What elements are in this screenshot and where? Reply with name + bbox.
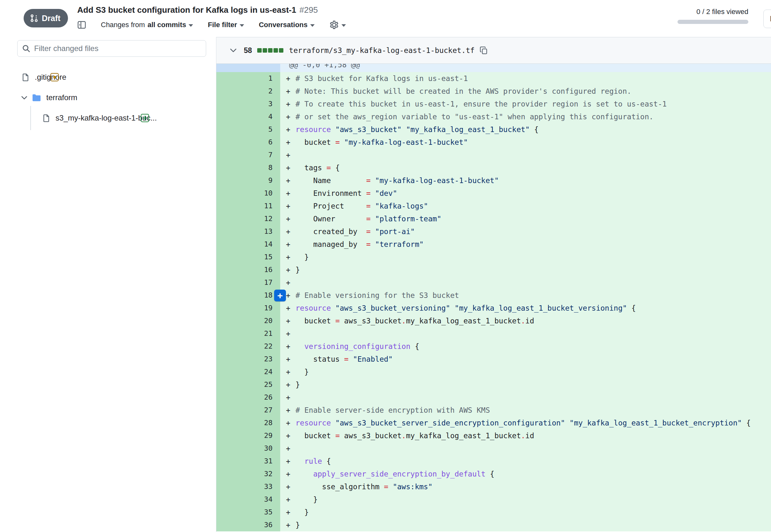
line-number[interactable]: 33 (216, 480, 280, 493)
file-modified-icon (50, 73, 59, 81)
draft-status-badge: Draft (24, 9, 68, 27)
add-line-comment-button[interactable]: + (274, 290, 286, 301)
line-number[interactable]: 6 (216, 136, 280, 149)
diff-plus-marker: + (286, 289, 295, 302)
diff-file-header: 58 terraform/s3_my-kafka-log-east-1-buck… (216, 37, 771, 64)
line-number[interactable]: 28 (216, 417, 280, 429)
filter-changed-files-input[interactable] (34, 44, 201, 53)
file-path: terraform/s3_my-kafka-log-east-1-bucket.… (289, 46, 475, 55)
diff-plus-marker: + (286, 417, 295, 429)
line-number[interactable]: 13 (216, 225, 280, 238)
line-number[interactable]: 20 (216, 314, 280, 327)
line-number[interactable]: 23 (216, 353, 280, 366)
tree-file-s3-my-kafka-log-east-1-buc-[interactable]: s3_my-kafka-log-east-1-buc... (0, 110, 216, 126)
added-line-content: + } (280, 493, 771, 506)
line-number[interactable]: 16 (216, 263, 280, 276)
pr-header: Draft Add S3 bucket configuration for Ka… (0, 0, 771, 37)
line-number[interactable]: 21 (216, 327, 280, 340)
review-changes-button-partial[interactable]: R (763, 10, 771, 28)
line-number[interactable]: 17 (216, 276, 280, 289)
code-text: rule { (295, 455, 331, 468)
file-icon (42, 114, 50, 122)
line-number[interactable]: 9 (216, 174, 280, 187)
code-text: bucket = "my-kafka-log-east-1-bucket" (295, 136, 468, 149)
added-line-content: +resource "aws_s3_bucket_versioning" "my… (280, 302, 771, 314)
line-number[interactable]: 25 (216, 378, 280, 391)
line-number[interactable]: 11 (216, 200, 280, 212)
code-text: } (295, 506, 309, 519)
diff-line-18: 18+# Enable versioning for the S3 bucket (216, 289, 771, 302)
file-filter-dropdown[interactable]: File filter (208, 21, 244, 29)
diff-toolbar: Changes from all commits File filter Con… (77, 20, 346, 30)
diff-line-22: 22+ versioning_configuration { (216, 340, 771, 353)
tree-folder-terraform[interactable]: terraform (0, 89, 216, 106)
changes-from-dropdown[interactable]: Changes from all commits (101, 21, 193, 29)
diff-plus-marker: + (286, 123, 295, 136)
code-text: bucket = aws_s3_bucket.my_kafka_log_east… (295, 429, 534, 442)
line-number[interactable]: 4 (216, 110, 280, 123)
line-number[interactable]: 26 (216, 391, 280, 404)
line-number[interactable]: 14 (216, 238, 280, 251)
line-number[interactable]: 30 (216, 442, 280, 455)
file-filter-search[interactable] (17, 40, 206, 57)
files-viewed-progress-bar (678, 20, 748, 24)
diff-plus-marker: + (286, 455, 295, 468)
diff-line-20: 20+ bucket = aws_s3_bucket.my_kafka_log_… (216, 314, 771, 327)
code-text: # or set the aws_region variable to "us-… (295, 110, 654, 123)
diff-plus-marker: + (286, 314, 295, 327)
added-line-content: + bucket = "my-kafka-log-east-1-bucket" (280, 136, 771, 149)
line-number[interactable]: 29 (216, 429, 280, 442)
line-number[interactable]: 31 (216, 455, 280, 468)
code-text: bucket = aws_s3_bucket.my_kafka_log_east… (295, 314, 534, 327)
line-number[interactable]: 7 (216, 149, 280, 161)
added-line-content: +# S3 bucket for Kafka logs in us-east-1 (280, 72, 771, 85)
added-line-content: + } (280, 366, 771, 378)
line-number[interactable]: 36 (216, 519, 280, 531)
diff-plus-marker: + (286, 225, 295, 238)
gear-icon (329, 20, 339, 30)
diff-line-16: 16+} (216, 263, 771, 276)
diff-line-10: 10+ Environment = "dev" (216, 187, 771, 200)
line-number[interactable]: 35 (216, 506, 280, 519)
diff-line-12: 12+ Owner = "platform-team" (216, 212, 771, 225)
line-number[interactable]: 24 (216, 366, 280, 378)
file-icon (22, 73, 30, 82)
diff-line-8: 8+ tags = { (216, 161, 771, 174)
line-number[interactable]: 19 (216, 302, 280, 314)
line-number[interactable]: 32 (216, 468, 280, 480)
added-line-content: + (280, 442, 771, 455)
diff-line-3: 3+# To create this bucket in us-east-1, … (216, 98, 771, 110)
line-number[interactable]: 18 (216, 289, 280, 302)
diff-line-36: 36+} (216, 519, 771, 531)
line-number[interactable]: 10 (216, 187, 280, 200)
code-text: } (295, 493, 317, 506)
diff-plus-marker: + (286, 366, 295, 378)
added-line-content: +# Enable server-side encryption with AW… (280, 404, 771, 417)
line-number[interactable]: 5 (216, 123, 280, 136)
line-number[interactable]: 2 (216, 85, 280, 98)
added-line-content: + bucket = aws_s3_bucket.my_kafka_log_ea… (280, 429, 771, 442)
diff-settings-dropdown[interactable] (329, 20, 346, 30)
collapse-sidebar-button[interactable] (77, 21, 86, 29)
conversations-dropdown[interactable]: Conversations (259, 21, 315, 29)
line-number[interactable]: 8 (216, 161, 280, 174)
pr-title-text: Add S3 bucket configuration for Kafka lo… (77, 5, 296, 15)
code-text: tags = { (295, 161, 340, 174)
line-number[interactable]: 12 (216, 212, 280, 225)
collapse-file-chevron-icon[interactable] (230, 48, 237, 53)
line-number[interactable]: 27 (216, 404, 280, 417)
line-number[interactable]: 15 (216, 251, 280, 263)
line-number[interactable]: 34 (216, 493, 280, 506)
added-line-content: + (280, 327, 771, 340)
line-number[interactable]: 3 (216, 98, 280, 110)
diffstat-square (257, 48, 262, 53)
line-number[interactable]: 1 (216, 72, 280, 85)
code-text: # Note: This bucket will be created in t… (295, 85, 631, 98)
code-text: Name = "my-kafka-log-east-1-bucket" (295, 174, 499, 187)
code-text: created_by = "port-ai" (295, 225, 415, 238)
diff-line-30: 30+ (216, 442, 771, 455)
diff-plus-marker: + (286, 212, 295, 225)
copy-file-path-icon[interactable] (480, 46, 488, 55)
tree-file--gitignore[interactable]: .gitignore (0, 69, 216, 85)
line-number[interactable]: 22 (216, 340, 280, 353)
